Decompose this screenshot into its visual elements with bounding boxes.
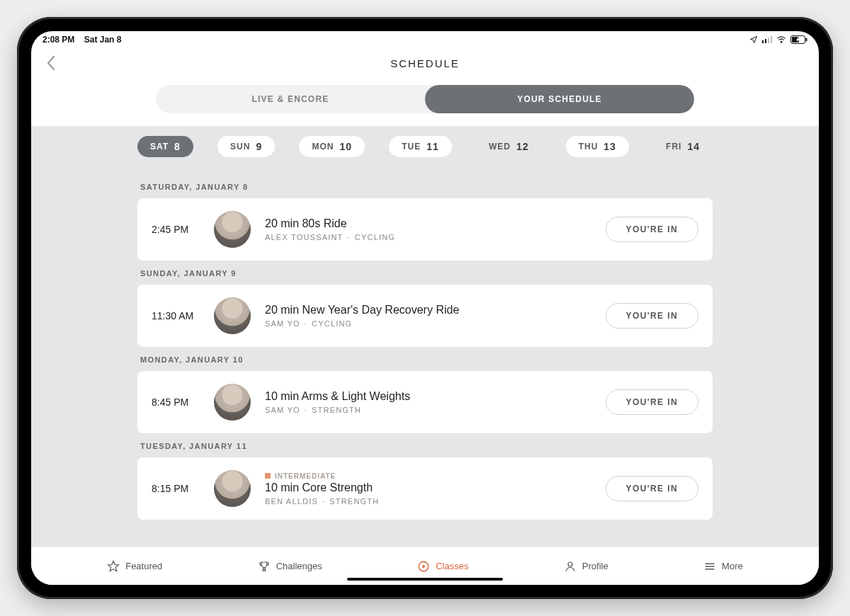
class-category: STRENGTH <box>329 497 379 506</box>
status-bar-right <box>749 35 808 44</box>
svg-marker-8 <box>108 561 119 571</box>
tab-challenges-label: Challenges <box>276 561 322 571</box>
date-dow: SAT <box>150 142 169 152</box>
date-num: 9 <box>256 141 262 152</box>
date-selector: SAT8SUN9MON10TUE11WED12THU13FRI14 <box>31 126 819 167</box>
tablet-frame: 2:08 PM Sat Jan 8 SCHEDULE LIVE & ENCORE <box>17 17 833 599</box>
svg-rect-2 <box>768 38 769 43</box>
battery-icon <box>790 35 808 44</box>
menu-icon <box>703 560 716 573</box>
day-header: SUNDAY, JANUARY 9 <box>140 269 710 278</box>
date-chip-wed[interactable]: WED12 <box>476 136 542 157</box>
instructor-name: SAM YO <box>265 319 300 328</box>
separator-dot: · <box>322 497 325 506</box>
date-chip-tue[interactable]: TUE11 <box>389 136 452 157</box>
class-title: 10 min Arms & Light Weights <box>265 390 606 403</box>
segment-live-encore[interactable]: LIVE & ENCORE <box>156 85 425 113</box>
schedule-list[interactable]: SATURDAY, JANUARY 82:45 PM20 min 80s Rid… <box>31 167 819 555</box>
instructor-name: BEN ALLDIS <box>265 497 318 506</box>
date-dow: TUE <box>402 142 421 152</box>
tab-classes-label: Classes <box>436 561 468 571</box>
segment-your-schedule[interactable]: YOUR SCHEDULE <box>425 85 694 113</box>
svg-rect-7 <box>806 38 808 42</box>
header: SCHEDULE <box>31 48 819 78</box>
difficulty-tag: INTERMEDIATE <box>265 472 606 480</box>
instructor-avatar <box>214 211 251 248</box>
difficulty-label: INTERMEDIATE <box>275 472 336 480</box>
status-date: Sat Jan 8 <box>84 35 122 45</box>
class-time: 2:45 PM <box>152 224 214 235</box>
tab-more[interactable]: More <box>703 560 743 573</box>
date-dow: SUN <box>230 142 250 152</box>
date-num: 8 <box>174 141 181 152</box>
separator-dot: · <box>348 233 351 241</box>
date-chip-thu[interactable]: THU13 <box>566 136 629 157</box>
class-category: CYCLING <box>312 319 352 328</box>
status-bar: 2:08 PM Sat Jan 8 <box>31 31 819 48</box>
date-num: 13 <box>604 141 616 152</box>
separator-dot: · <box>305 319 307 328</box>
status-bar-left: 2:08 PM Sat Jan 8 <box>42 35 121 45</box>
instructor-name: ALEX TOUSSAINT <box>265 233 344 241</box>
svg-rect-3 <box>771 36 772 43</box>
enrollment-status-button[interactable]: YOU'RE IN <box>606 303 698 329</box>
class-info: 20 min New Year's Day Recovery RideSAM Y… <box>251 304 606 328</box>
class-card[interactable]: 8:15 PMINTERMEDIATE10 min Core StrengthB… <box>137 457 713 520</box>
class-card[interactable]: 11:30 AM20 min New Year's Day Recovery R… <box>137 285 713 347</box>
enrollment-status-button[interactable]: YOU'RE IN <box>606 476 698 501</box>
date-chip-sun[interactable]: SUN9 <box>217 136 275 157</box>
class-info: 20 min 80s RideALEX TOUSSAINT·CYCLING <box>251 217 606 241</box>
page-title: SCHEDULE <box>390 57 460 69</box>
class-title: 20 min New Year's Day Recovery Ride <box>265 304 606 316</box>
date-num: 11 <box>426 141 439 152</box>
class-info: INTERMEDIATE10 min Core StrengthBEN ALLD… <box>251 472 606 506</box>
date-chip-mon[interactable]: MON10 <box>299 136 365 157</box>
class-category: CYCLING <box>355 233 395 241</box>
tab-profile-label: Profile <box>582 561 608 571</box>
user-icon <box>564 560 577 573</box>
class-card[interactable]: 2:45 PM20 min 80s RideALEX TOUSSAINT·CYC… <box>137 198 713 261</box>
svg-rect-1 <box>765 39 766 43</box>
day-header: MONDAY, JANUARY 10 <box>140 355 710 364</box>
tab-more-label: More <box>722 561 743 571</box>
tab-classes[interactable]: Classes <box>417 560 468 573</box>
class-time: 8:15 PM <box>152 483 214 494</box>
separator-dot: · <box>305 406 307 414</box>
date-num: 14 <box>687 141 700 152</box>
segmented-control: LIVE & ENCORE YOUR SCHEDULE <box>31 78 819 126</box>
tab-featured[interactable]: Featured <box>107 560 162 573</box>
class-title: 20 min 80s Ride <box>265 217 606 230</box>
class-subtitle: SAM YO·STRENGTH <box>265 406 606 414</box>
date-dow: THU <box>579 142 599 152</box>
difficulty-swatch-icon <box>265 473 271 479</box>
date-num: 12 <box>516 141 529 152</box>
svg-point-11 <box>568 562 572 566</box>
chevron-left-icon <box>46 55 56 71</box>
class-card[interactable]: 8:45 PM10 min Arms & Light WeightsSAM YO… <box>137 371 713 433</box>
class-time: 8:45 PM <box>152 397 214 408</box>
tab-challenges[interactable]: Challenges <box>258 560 322 573</box>
tab-profile[interactable]: Profile <box>564 560 608 573</box>
date-dow: WED <box>489 142 511 152</box>
date-chip-sat[interactable]: SAT8 <box>137 136 193 157</box>
instructor-name: SAM YO <box>265 406 300 414</box>
date-chip-fri[interactable]: FRI14 <box>653 136 713 157</box>
enrollment-status-button[interactable]: YOU'RE IN <box>606 217 698 242</box>
class-title: 10 min Core Strength <box>265 481 606 494</box>
svg-rect-0 <box>762 40 764 43</box>
back-button[interactable] <box>41 51 61 75</box>
instructor-avatar <box>214 297 251 334</box>
date-dow: FRI <box>666 142 681 152</box>
enrollment-status-button[interactable]: YOU'RE IN <box>606 389 698 415</box>
instructor-avatar <box>214 470 251 507</box>
star-icon <box>107 560 120 573</box>
instructor-avatar <box>214 384 251 421</box>
class-subtitle: SAM YO·CYCLING <box>265 319 606 328</box>
class-time: 11:30 AM <box>152 310 214 321</box>
day-header: TUESDAY, JANUARY 11 <box>140 442 710 450</box>
trophy-icon <box>258 560 271 573</box>
location-icon <box>749 35 758 44</box>
play-circle-icon <box>417 560 430 573</box>
home-indicator[interactable] <box>347 578 503 581</box>
status-time: 2:08 PM <box>42 35 74 45</box>
